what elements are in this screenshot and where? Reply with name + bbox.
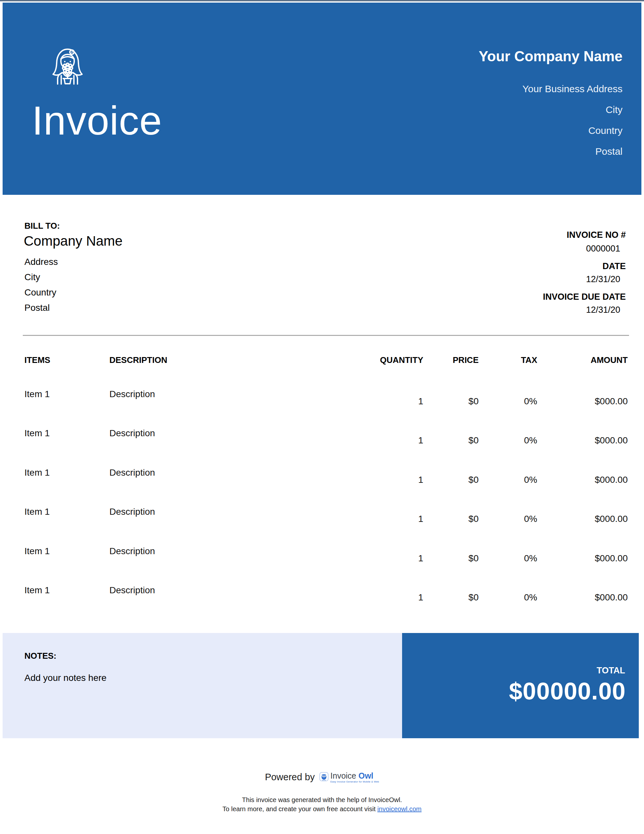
table-row: Item 1Description1$00%$000.00: [0, 467, 644, 488]
powered-by-row: Powered by Invoice Owl Easy Invoice Gene…: [0, 771, 644, 783]
row-price: $0: [468, 553, 479, 564]
total-label: TOTAL: [597, 666, 625, 676]
table-row: Item 1Description1$00%$000.00: [0, 546, 644, 567]
bill-to-postal: Postal: [24, 303, 50, 313]
footer-disclaimer-line2-text: To learn more, and create your own free …: [223, 805, 377, 813]
table-row: Item 1Description1$00%$000.00: [0, 428, 644, 449]
col-header-price: PRICE: [453, 355, 479, 365]
company-address-line: Your Business Address: [523, 83, 623, 94]
table-row: Item 1Description1$00%$000.00: [0, 585, 644, 606]
logo-word-invoice: Invoice: [331, 771, 356, 780]
row-tax: 0%: [524, 592, 537, 603]
row-item: Item 1: [24, 389, 50, 399]
company-address-city: City: [605, 104, 623, 115]
footer-disclaimer-line2: To learn more, and create your own free …: [0, 805, 644, 813]
company-name: Your Company Name: [479, 48, 623, 65]
powered-by-text: Powered by: [265, 771, 315, 782]
total-amount: $00000.00: [509, 677, 626, 705]
section-divider: [23, 335, 629, 336]
col-header-items: ITEMS: [24, 355, 50, 365]
col-header-amount: AMOUNT: [591, 355, 628, 365]
due-date-label: INVOICE DUE DATE: [543, 292, 626, 302]
invoiceowl-logo: Invoice Owl Easy Invoice Generator for M…: [320, 771, 379, 783]
top-border-line: [0, 0, 644, 1]
row-price: $0: [468, 396, 479, 407]
row-amount: $000.00: [595, 396, 628, 407]
row-quantity: 1: [418, 514, 423, 524]
row-description: Description: [110, 389, 155, 399]
col-header-quantity: QUANTITY: [380, 355, 423, 365]
invoice-no-value: 0000001: [586, 244, 620, 254]
date-value: 12/31/20: [586, 274, 620, 284]
row-amount: $000.00: [595, 435, 628, 446]
row-amount: $000.00: [595, 475, 628, 485]
row-quantity: 1: [418, 553, 423, 564]
date-label: DATE: [603, 261, 626, 272]
logo-word-owl: Owl: [358, 771, 373, 780]
row-description: Description: [110, 507, 155, 517]
row-item: Item 1: [24, 585, 50, 596]
row-item: Item 1: [24, 428, 50, 438]
bill-to-city: City: [24, 272, 40, 283]
notes-text: Add your notes here: [24, 673, 107, 683]
bill-to-company: Company Name: [24, 233, 123, 249]
row-tax: 0%: [524, 553, 537, 564]
col-header-tax: TAX: [521, 355, 537, 365]
row-tax: 0%: [524, 396, 537, 407]
row-description: Description: [110, 546, 155, 556]
table-row: Item 1Description1$00%$000.00: [0, 389, 644, 410]
row-description: Description: [110, 467, 155, 478]
notes-label: NOTES:: [24, 651, 56, 661]
florist-woman-logo-icon: [52, 42, 83, 85]
logo-tagline: Easy Invoice Generator for Mobile & Web: [331, 780, 379, 783]
invoice-page: Invoice Your Company Name Your Business …: [0, 0, 644, 834]
due-date-value: 12/31/20: [586, 305, 620, 315]
notes-panel: NOTES: Add your notes here: [3, 633, 402, 738]
invoice-header-band: Invoice Your Company Name Your Business …: [3, 3, 641, 195]
row-description: Description: [110, 428, 155, 438]
row-price: $0: [468, 475, 479, 485]
row-price: $0: [468, 435, 479, 446]
footer-disclaimer-line1: This invoice was generated with the help…: [0, 796, 644, 804]
bill-to-address: Address: [24, 257, 58, 267]
row-quantity: 1: [418, 396, 423, 407]
owl-icon: [320, 772, 329, 781]
company-address-country: Country: [588, 125, 623, 136]
document-title: Invoice: [32, 100, 162, 141]
row-amount: $000.00: [595, 553, 628, 564]
row-quantity: 1: [418, 435, 423, 446]
row-amount: $000.00: [595, 592, 628, 603]
invoiceowl-link[interactable]: invoiceowl.com: [377, 805, 421, 813]
bill-to-label: BILL TO:: [24, 221, 60, 231]
row-item: Item 1: [24, 546, 50, 556]
total-panel: TOTAL $00000.00: [402, 633, 639, 738]
row-tax: 0%: [524, 435, 537, 446]
row-tax: 0%: [524, 514, 537, 524]
row-price: $0: [468, 514, 479, 524]
company-address-postal: Postal: [596, 146, 623, 157]
row-quantity: 1: [418, 475, 423, 485]
row-item: Item 1: [24, 467, 50, 478]
row-description: Description: [110, 585, 155, 596]
table-row: Item 1Description1$00%$000.00: [0, 507, 644, 527]
row-quantity: 1: [418, 592, 423, 603]
row-item: Item 1: [24, 507, 50, 517]
col-header-description: DESCRIPTION: [110, 355, 167, 365]
row-amount: $000.00: [595, 514, 628, 524]
table-header-row: ITEMS DESCRIPTION QUANTITY PRICE TAX AMO…: [0, 355, 644, 368]
row-price: $0: [468, 592, 479, 603]
row-tax: 0%: [524, 475, 537, 485]
invoice-no-label: INVOICE NO #: [567, 230, 626, 240]
bill-to-country: Country: [24, 287, 56, 298]
